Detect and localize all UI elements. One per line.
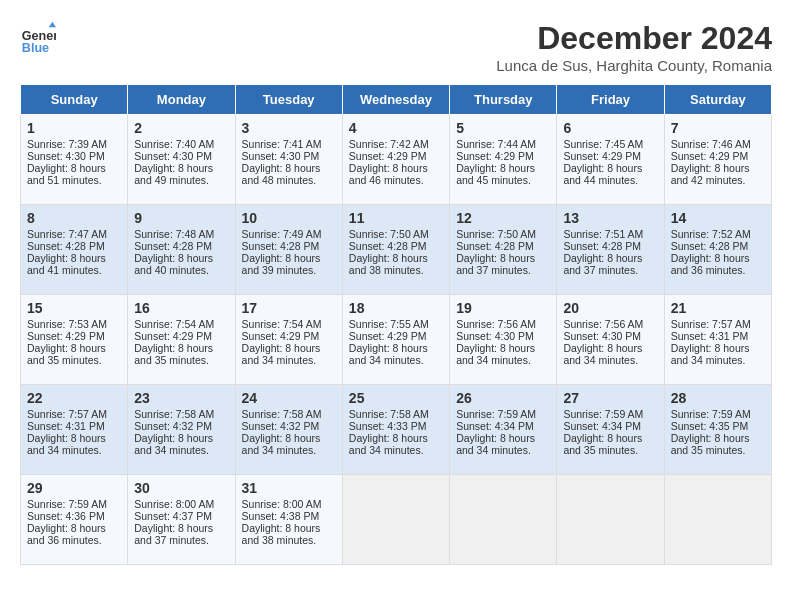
sunset: Sunset: 4:32 PM — [242, 420, 320, 432]
calendar-cell: 19Sunrise: 7:56 AMSunset: 4:30 PMDayligh… — [450, 295, 557, 385]
sunset: Sunset: 4:29 PM — [563, 150, 641, 162]
daylight-label: Daylight: 8 hours and 34 minutes. — [134, 432, 213, 456]
calendar-cell: 6Sunrise: 7:45 AMSunset: 4:29 PMDaylight… — [557, 115, 664, 205]
daylight-label: Daylight: 8 hours and 35 minutes. — [563, 432, 642, 456]
sunset: Sunset: 4:29 PM — [671, 150, 749, 162]
day-number: 8 — [27, 210, 121, 226]
calendar-cell: 24Sunrise: 7:58 AMSunset: 4:32 PMDayligh… — [235, 385, 342, 475]
daylight-label: Daylight: 8 hours and 46 minutes. — [349, 162, 428, 186]
header-wednesday: Wednesday — [342, 85, 449, 115]
day-number: 12 — [456, 210, 550, 226]
sunset: Sunset: 4:28 PM — [563, 240, 641, 252]
calendar-cell: 18Sunrise: 7:55 AMSunset: 4:29 PMDayligh… — [342, 295, 449, 385]
sunset: Sunset: 4:28 PM — [671, 240, 749, 252]
day-number: 29 — [27, 480, 121, 496]
sunrise: Sunrise: 7:47 AM — [27, 228, 107, 240]
day-number: 15 — [27, 300, 121, 316]
calendar-cell: 12Sunrise: 7:50 AMSunset: 4:28 PMDayligh… — [450, 205, 557, 295]
sunset: Sunset: 4:37 PM — [134, 510, 212, 522]
sunrise: Sunrise: 7:49 AM — [242, 228, 322, 240]
calendar-cell — [557, 475, 664, 565]
sunset: Sunset: 4:29 PM — [242, 330, 320, 342]
daylight-label: Daylight: 8 hours and 36 minutes. — [27, 522, 106, 546]
daylight-label: Daylight: 8 hours and 34 minutes. — [456, 342, 535, 366]
header-sunday: Sunday — [21, 85, 128, 115]
sunset: Sunset: 4:28 PM — [456, 240, 534, 252]
sunrise: Sunrise: 7:59 AM — [671, 408, 751, 420]
day-number: 7 — [671, 120, 765, 136]
sunrise: Sunrise: 7:50 AM — [456, 228, 536, 240]
header-monday: Monday — [128, 85, 235, 115]
svg-text:Blue: Blue — [22, 41, 49, 55]
week-row-2: 8Sunrise: 7:47 AMSunset: 4:28 PMDaylight… — [21, 205, 772, 295]
day-number: 20 — [563, 300, 657, 316]
logo-icon: General Blue — [20, 20, 56, 56]
day-number: 14 — [671, 210, 765, 226]
daylight-label: Daylight: 8 hours and 35 minutes. — [27, 342, 106, 366]
sunset: Sunset: 4:34 PM — [456, 420, 534, 432]
sunrise: Sunrise: 7:45 AM — [563, 138, 643, 150]
daylight-label: Daylight: 8 hours and 34 minutes. — [563, 342, 642, 366]
sunset: Sunset: 4:29 PM — [27, 330, 105, 342]
sunrise: Sunrise: 7:57 AM — [671, 318, 751, 330]
calendar-cell: 13Sunrise: 7:51 AMSunset: 4:28 PMDayligh… — [557, 205, 664, 295]
daylight-label: Daylight: 8 hours and 35 minutes. — [134, 342, 213, 366]
day-number: 23 — [134, 390, 228, 406]
calendar-header-row: SundayMondayTuesdayWednesdayThursdayFrid… — [21, 85, 772, 115]
calendar-cell: 10Sunrise: 7:49 AMSunset: 4:28 PMDayligh… — [235, 205, 342, 295]
subtitle: Lunca de Sus, Harghita County, Romania — [496, 57, 772, 74]
daylight-label: Daylight: 8 hours and 37 minutes. — [563, 252, 642, 276]
sunrise: Sunrise: 7:55 AM — [349, 318, 429, 330]
week-row-4: 22Sunrise: 7:57 AMSunset: 4:31 PMDayligh… — [21, 385, 772, 475]
daylight-label: Daylight: 8 hours and 36 minutes. — [671, 252, 750, 276]
calendar-cell: 15Sunrise: 7:53 AMSunset: 4:29 PMDayligh… — [21, 295, 128, 385]
sunrise: Sunrise: 7:59 AM — [563, 408, 643, 420]
sunrise: Sunrise: 7:59 AM — [456, 408, 536, 420]
daylight-label: Daylight: 8 hours and 34 minutes. — [456, 432, 535, 456]
day-number: 22 — [27, 390, 121, 406]
calendar-cell: 3Sunrise: 7:41 AMSunset: 4:30 PMDaylight… — [235, 115, 342, 205]
calendar-cell: 16Sunrise: 7:54 AMSunset: 4:29 PMDayligh… — [128, 295, 235, 385]
sunset: Sunset: 4:30 PM — [456, 330, 534, 342]
calendar-cell — [342, 475, 449, 565]
calendar-cell: 4Sunrise: 7:42 AMSunset: 4:29 PMDaylight… — [342, 115, 449, 205]
sunrise: Sunrise: 7:58 AM — [134, 408, 214, 420]
daylight-label: Daylight: 8 hours and 45 minutes. — [456, 162, 535, 186]
daylight-label: Daylight: 8 hours and 42 minutes. — [671, 162, 750, 186]
calendar-cell — [664, 475, 771, 565]
sunset: Sunset: 4:33 PM — [349, 420, 427, 432]
calendar-cell: 20Sunrise: 7:56 AMSunset: 4:30 PMDayligh… — [557, 295, 664, 385]
daylight-label: Daylight: 8 hours and 41 minutes. — [27, 252, 106, 276]
day-number: 16 — [134, 300, 228, 316]
sunset: Sunset: 4:29 PM — [349, 330, 427, 342]
day-number: 13 — [563, 210, 657, 226]
sunrise: Sunrise: 7:58 AM — [349, 408, 429, 420]
sunrise: Sunrise: 7:40 AM — [134, 138, 214, 150]
day-number: 2 — [134, 120, 228, 136]
day-number: 10 — [242, 210, 336, 226]
calendar-cell: 25Sunrise: 7:58 AMSunset: 4:33 PMDayligh… — [342, 385, 449, 475]
day-number: 1 — [27, 120, 121, 136]
sunrise: Sunrise: 7:53 AM — [27, 318, 107, 330]
daylight-label: Daylight: 8 hours and 34 minutes. — [349, 342, 428, 366]
calendar-cell: 8Sunrise: 7:47 AMSunset: 4:28 PMDaylight… — [21, 205, 128, 295]
calendar-body: 1Sunrise: 7:39 AMSunset: 4:30 PMDaylight… — [21, 115, 772, 565]
sunrise: Sunrise: 7:44 AM — [456, 138, 536, 150]
header-tuesday: Tuesday — [235, 85, 342, 115]
sunset: Sunset: 4:29 PM — [349, 150, 427, 162]
page-header: General Blue December 2024 Lunca de Sus,… — [20, 20, 772, 74]
day-number: 27 — [563, 390, 657, 406]
sunrise: Sunrise: 7:56 AM — [563, 318, 643, 330]
sunset: Sunset: 4:30 PM — [134, 150, 212, 162]
sunset: Sunset: 4:30 PM — [242, 150, 320, 162]
day-number: 26 — [456, 390, 550, 406]
sunset: Sunset: 4:38 PM — [242, 510, 320, 522]
sunset: Sunset: 4:28 PM — [349, 240, 427, 252]
daylight-label: Daylight: 8 hours and 34 minutes. — [349, 432, 428, 456]
day-number: 17 — [242, 300, 336, 316]
daylight-label: Daylight: 8 hours and 44 minutes. — [563, 162, 642, 186]
day-number: 5 — [456, 120, 550, 136]
title-area: December 2024 Lunca de Sus, Harghita Cou… — [496, 20, 772, 74]
calendar-cell: 9Sunrise: 7:48 AMSunset: 4:28 PMDaylight… — [128, 205, 235, 295]
daylight-label: Daylight: 8 hours and 37 minutes. — [456, 252, 535, 276]
